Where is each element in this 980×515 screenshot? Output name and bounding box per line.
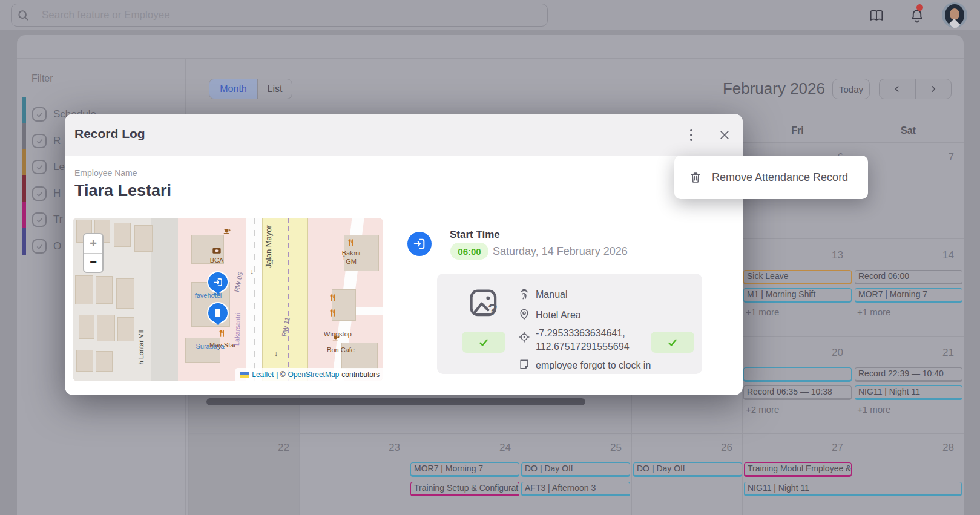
notification-dot (916, 4, 923, 11)
building-icon (213, 308, 223, 318)
filter-checkbox-schedule[interactable] (32, 107, 47, 122)
filter-label-6: O (53, 240, 61, 252)
filter-colorbar-holiday (22, 175, 26, 202)
kebab-menu-icon[interactable] (682, 122, 700, 148)
map-label-hotel: favehotel (189, 292, 228, 299)
restaurant-icon (329, 309, 337, 317)
zoom-out-button[interactable]: − (84, 254, 102, 272)
restaurant-icon (347, 238, 355, 247)
check-icon (478, 337, 489, 348)
date-25: 25 (585, 442, 622, 454)
record-log-modal: Record Log Employee Name Tiara Lestari (65, 114, 743, 395)
more-link[interactable]: +1 more (746, 307, 779, 317)
date-14: 14 (918, 249, 954, 261)
event-chip-training-modul[interactable]: Training Modul Employee & (744, 462, 852, 477)
bank-icon (212, 246, 222, 255)
event-chip-afternoon-3[interactable]: AFT3 | Afternoon 3 (521, 482, 630, 496)
area-name: Hotel Area (536, 309, 581, 321)
next-month-button[interactable] (916, 79, 952, 99)
grid-line (188, 433, 964, 434)
event-chip-morning-shift[interactable]: M1 | Morning Shift (743, 288, 852, 303)
filter-checkbox-6[interactable] (32, 239, 47, 254)
filter-label-3: Le (53, 161, 65, 173)
employee-name-label: Employee Name (74, 168, 137, 178)
date-22: 22 (253, 442, 289, 454)
ukraine-flag-icon (240, 372, 249, 378)
event-chip-morning-7[interactable]: MOR7 | Morning 7 (855, 288, 962, 303)
event-chip-continued[interactable] (743, 367, 852, 382)
road-arrow: ↑ (269, 258, 276, 266)
osm-link[interactable]: OpenStreetMap (288, 370, 340, 379)
tab-month[interactable]: Month (209, 79, 258, 99)
event-chip-record-0635[interactable]: Record 06:35 — 10:38 (743, 385, 852, 400)
note-icon (518, 358, 530, 370)
more-link[interactable]: +1 more (857, 307, 890, 317)
filter-checkbox-4[interactable] (32, 186, 47, 201)
more-link[interactable]: +1 more (857, 404, 890, 415)
filter-colorbar-other (22, 228, 26, 255)
location-pin-icon (518, 308, 530, 320)
map-label-bca: BCA (203, 257, 230, 264)
approve-location-button[interactable] (651, 332, 694, 353)
filter-label-4: H (53, 188, 61, 200)
remove-attendance-record-item[interactable]: Remove Attendance Record (712, 171, 848, 184)
filter-checkbox-2[interactable] (32, 134, 47, 148)
leaflet-map[interactable]: BCA favehotel Surabaya May Star Bakmi GM… (73, 218, 383, 381)
search-input[interactable] (11, 4, 548, 27)
approve-photo-button[interactable] (462, 332, 505, 353)
multi-day-event-bar[interactable] (206, 398, 585, 405)
map-road (151, 218, 178, 381)
road-arrow: ↓ (248, 267, 255, 276)
event-chip-day-off[interactable]: DO | Day Off (633, 462, 742, 477)
attribution-suffix: contributors (341, 370, 380, 379)
more-link[interactable]: +2 more (746, 404, 779, 415)
view-toggle: Month List (209, 79, 292, 99)
road-arrow: ↑ (340, 253, 347, 261)
date-26: 26 (696, 442, 732, 454)
clock-in-map-marker[interactable] (208, 272, 228, 292)
filter-colorbar-leave (22, 149, 26, 175)
tab-list[interactable]: List (258, 79, 292, 99)
calendar-nav (879, 79, 952, 99)
app-screen: Filter Schedule R Le H Tr O Month List F… (0, 0, 980, 515)
event-chip-record-2239[interactable]: Record 22:39 — 10:40 (855, 367, 962, 382)
event-chip-morning-7[interactable]: MOR7 | Morning 7 (410, 462, 519, 477)
close-icon[interactable] (714, 122, 735, 148)
event-chip-day-off[interactable]: DO | Day Off (521, 462, 630, 477)
date-24: 24 (475, 442, 511, 454)
filter-colorbar-training (22, 202, 26, 228)
building-map-marker[interactable] (208, 303, 228, 323)
map-attribution: Leaflet | © OpenStreetMap contributors (235, 368, 383, 381)
record-actions-menu: Remove Attendance Record (674, 156, 868, 199)
avatar-face (950, 8, 959, 20)
employee-name: Tiara Lestari (74, 182, 171, 200)
avatar[interactable] (942, 2, 967, 28)
leaflet-link[interactable]: Leaflet (252, 370, 274, 379)
restaurant-icon (218, 329, 226, 338)
modal-header (65, 114, 743, 156)
top-bar (0, 0, 980, 30)
notification-bell-icon[interactable] (909, 8, 925, 23)
filter-checkbox-3[interactable] (32, 160, 47, 174)
event-chip-training-setup[interactable]: Training Setup & Configurat (410, 482, 519, 496)
zoom-in-button[interactable]: + (84, 234, 102, 254)
event-chip-sick-leave[interactable]: Sick Leave (743, 270, 852, 284)
filter-colorbar-schedule (22, 97, 26, 123)
prev-month-button[interactable] (880, 79, 916, 99)
event-chip-record-0600[interactable]: Record 06:00 (855, 270, 962, 284)
event-chip-night-11-span[interactable]: NIG11 | Night 11 (744, 482, 962, 496)
cafe-icon (332, 333, 340, 341)
today-button[interactable]: Today (832, 79, 870, 99)
login-icon (413, 237, 426, 251)
header-divider (17, 58, 964, 59)
handbook-icon[interactable] (869, 8, 884, 23)
gps-target-icon (518, 331, 530, 343)
map-zoom-control: + − (83, 233, 104, 273)
coordinates-line1: -7.29533363634641, (536, 327, 625, 340)
filter-checkbox-5[interactable] (32, 212, 47, 227)
date-28: 28 (918, 442, 954, 454)
trash-icon (689, 171, 702, 184)
filter-colorbar-record (22, 123, 26, 149)
event-chip-night-11[interactable]: NIG11 | Night 11 (855, 385, 962, 400)
grid-line (964, 119, 964, 515)
